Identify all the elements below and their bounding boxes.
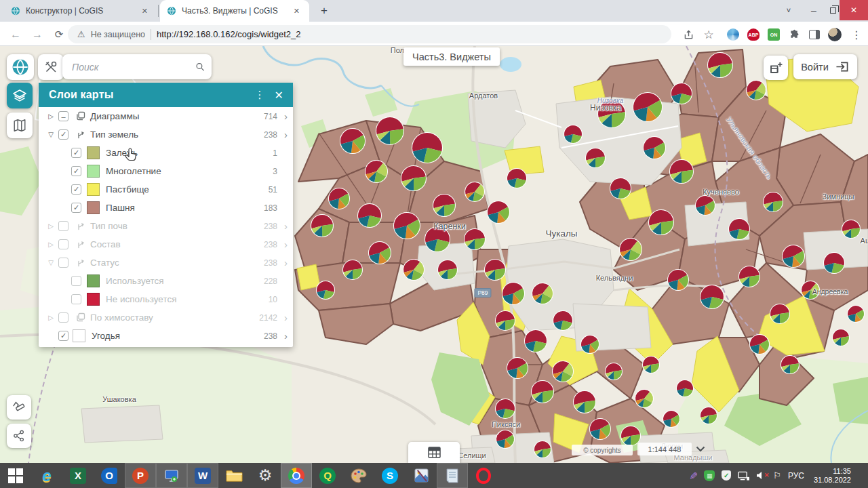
expander-collapsed-icon[interactable]: ▷	[46, 113, 56, 120]
tray-pen-icon[interactable]: ✎	[687, 471, 699, 480]
expander-collapsed-icon[interactable]: ▷	[46, 222, 56, 230]
tools-button[interactable]	[38, 54, 64, 80]
pie-chart-symbol[interactable]	[534, 441, 551, 458]
row-chevron-icon[interactable]: ›	[284, 129, 288, 140]
taskbar-notepad-icon[interactable]	[437, 463, 468, 488]
row-chevron-icon[interactable]: ›	[284, 331, 288, 341]
tray-network-display-icon[interactable]	[738, 471, 749, 481]
pie-chart-symbol[interactable]	[496, 311, 515, 330]
taskbar-clock[interactable]: 11:35 31.08.2022	[811, 467, 851, 485]
pie-chart-symbol[interactable]	[663, 411, 679, 427]
layer-checkbox[interactable]: ✓	[58, 331, 68, 341]
taskbar-chrome-icon[interactable]	[281, 463, 312, 488]
pie-chart-symbol[interactable]	[581, 336, 599, 353]
pie-chart-symbol[interactable]	[833, 329, 849, 346]
taskbar-word-icon[interactable]: W	[187, 463, 218, 488]
layer-row-диаграммы[interactable]: ▷–Диаграммы714›	[39, 107, 293, 125]
share-tool-button[interactable]	[7, 424, 31, 448]
layer-checkbox[interactable]: ✓	[71, 166, 81, 176]
window-close-button[interactable]: ✕	[840, 0, 868, 20]
layer-row-тип-почв[interactable]: ▷Тип почв238›	[39, 217, 293, 235]
pie-chart-symbol[interactable]	[729, 219, 749, 239]
window-minimize-button[interactable]: –	[804, 0, 823, 20]
map-canvas[interactable]: ПолоеАрдатовНизовкаНизовкаКученяевоЗимни…	[0, 46, 868, 463]
pie-chart-symbol[interactable]	[696, 196, 715, 215]
pie-chart-symbol[interactable]	[598, 100, 625, 127]
pie-chart-symbol[interactable]	[670, 160, 693, 183]
taskbar-powerpoint-icon[interactable]: P	[125, 463, 156, 488]
pie-chart-symbol[interactable]	[824, 253, 844, 273]
pie-chart-symbol[interactable]	[574, 391, 595, 413]
tray-security-check-icon[interactable]: ✓	[722, 470, 731, 481]
layer-row-статус[interactable]: ▽Статус238›	[39, 253, 293, 272]
taskbar-settings-icon[interactable]: ⚙	[250, 463, 281, 488]
side-panel-icon[interactable]	[807, 27, 822, 42]
pie-chart-symbol[interactable]	[739, 266, 760, 287]
back-icon[interactable]: ←	[7, 26, 24, 43]
pie-chart-symbol[interactable]	[403, 260, 424, 280]
forward-icon[interactable]: →	[28, 26, 46, 43]
layer-label[interactable]: Не используется	[106, 294, 177, 304]
taskbar-paint-icon[interactable]	[343, 463, 374, 488]
layer-row-по-химсоставу[interactable]: ▷По химсоставу2142›	[39, 308, 293, 327]
layer-checkbox[interactable]	[58, 221, 68, 231]
pie-chart-symbol[interactable]	[401, 166, 426, 190]
pie-chart-symbol[interactable]	[671, 83, 692, 104]
taskbar-internet-explorer-icon[interactable]: e	[31, 463, 62, 488]
share-icon[interactable]	[681, 27, 696, 42]
pie-chart-symbol[interactable]	[668, 270, 688, 290]
pie-chart-symbol[interactable]	[366, 161, 387, 182]
expander-expanded-icon[interactable]: ▽	[46, 259, 56, 266]
pie-chart-symbol[interactable]	[532, 381, 553, 403]
row-chevron-icon[interactable]: ›	[284, 221, 288, 231]
layer-label[interactable]: Тип земель	[90, 129, 138, 140]
url-text[interactable]: http://192.168.0.162/cogis/widget2_2	[157, 29, 301, 39]
address-bar[interactable]: ⚠ Не защищено http://192.168.0.162/cogis…	[68, 25, 671, 43]
layer-label[interactable]: Диаграммы	[90, 111, 139, 121]
pie-chart-symbol[interactable]	[496, 430, 514, 448]
reload-icon[interactable]: ⟳	[50, 26, 68, 43]
tray-antivirus-shield-icon[interactable]: ▦	[704, 470, 715, 481]
pie-chart-symbol[interactable]	[620, 239, 642, 260]
layer-label[interactable]: Состав	[90, 239, 121, 249]
pie-chart-symbol[interactable]	[525, 330, 547, 352]
pie-chart-symbol[interactable]	[770, 304, 789, 323]
taskbar-opera-icon[interactable]	[468, 463, 499, 488]
taskbar-qgis-icon[interactable]: Q	[312, 463, 343, 488]
pie-chart-symbol[interactable]	[311, 215, 333, 237]
scale-indicator[interactable]: 1:144 448	[637, 443, 692, 455]
pie-chart-symbol[interactable]	[358, 204, 381, 227]
pie-chart-symbol[interactable]	[783, 245, 804, 267]
pie-chart-symbol[interactable]	[781, 356, 799, 373]
layer-checkbox[interactable]: ✓	[71, 184, 81, 195]
pie-chart-symbol[interactable]	[848, 306, 864, 322]
select-extent-button[interactable]	[764, 56, 788, 80]
pie-chart-symbol[interactable]	[496, 399, 515, 418]
pie-chart-symbol[interactable]	[633, 93, 662, 121]
pie-chart-symbol[interactable]	[425, 227, 450, 251]
layer-checkbox[interactable]: ✓	[58, 129, 68, 140]
pie-chart-symbol[interactable]	[532, 283, 553, 304]
pie-chart-symbol[interactable]	[507, 169, 526, 188]
pie-chart-symbol[interactable]	[502, 283, 524, 304]
pie-chart-symbol[interactable]	[747, 81, 766, 100]
layer-checkbox[interactable]	[71, 276, 81, 286]
row-chevron-icon[interactable]: ›	[284, 258, 288, 268]
pie-chart-symbol[interactable]	[465, 229, 485, 249]
layers-tool-button[interactable]	[7, 83, 33, 108]
layer-checkbox[interactable]	[58, 239, 68, 249]
pie-chart-symbol[interactable]	[586, 148, 605, 167]
layer-row-состав[interactable]: ▷Состав238›	[39, 235, 293, 253]
layer-row-тип-земель[interactable]: ▽✓Тип земель238›	[39, 125, 293, 144]
pie-chart-symbol[interactable]	[412, 133, 442, 163]
start-button[interactable]	[0, 463, 31, 488]
pie-chart-symbol[interactable]	[590, 419, 610, 439]
tray-volume-muted-icon[interactable]: ✕	[756, 471, 766, 480]
layer-row-пашня[interactable]: ✓Пашня183	[39, 199, 293, 217]
pie-chart-symbol[interactable]	[644, 137, 665, 159]
taskbar-photo-viewer-icon[interactable]	[406, 463, 437, 488]
pie-chart-symbol[interactable]	[701, 285, 724, 308]
extensions-puzzle-icon[interactable]	[787, 27, 802, 42]
taskbar-remote-desktop-icon[interactable]	[156, 463, 187, 488]
pie-chart-symbol[interactable]	[643, 357, 659, 373]
